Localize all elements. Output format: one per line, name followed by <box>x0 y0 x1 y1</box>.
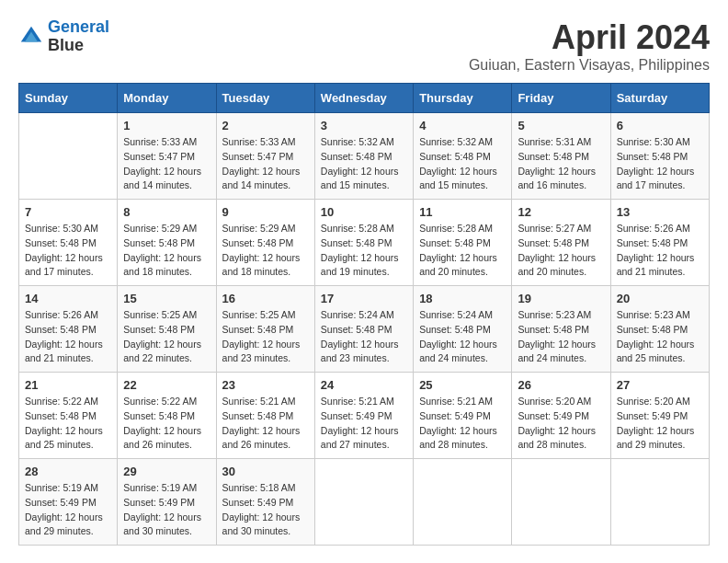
day-cell <box>19 113 118 200</box>
title-area: April 2024 Guiuan, Eastern Visayas, Phil… <box>469 18 710 74</box>
day-cell <box>512 459 610 546</box>
day-cell: 2Sunrise: 5:33 AMSunset: 5:47 PMDaylight… <box>216 113 314 200</box>
day-info: Sunrise: 5:33 AMSunset: 5:47 PMDaylight:… <box>222 135 309 193</box>
day-cell: 10Sunrise: 5:28 AMSunset: 5:48 PMDayligh… <box>314 200 413 286</box>
day-info: Sunrise: 5:28 AMSunset: 5:48 PMDaylight:… <box>419 222 506 280</box>
day-number: 25 <box>419 378 506 392</box>
day-number: 5 <box>518 119 604 132</box>
day-info: Sunrise: 5:30 AMSunset: 5:48 PMDaylight:… <box>25 222 111 280</box>
day-info: Sunrise: 5:24 AMSunset: 5:48 PMDaylight:… <box>419 308 506 366</box>
day-info: Sunrise: 5:21 AMSunset: 5:48 PMDaylight:… <box>222 395 309 453</box>
week-row-0: 1Sunrise: 5:33 AMSunset: 5:47 PMDaylight… <box>19 113 710 200</box>
day-number: 27 <box>617 378 703 392</box>
day-number: 12 <box>518 205 604 219</box>
day-info: Sunrise: 5:27 AMSunset: 5:48 PMDaylight:… <box>518 222 604 280</box>
day-cell: 15Sunrise: 5:25 AMSunset: 5:48 PMDayligh… <box>118 286 216 373</box>
day-info: Sunrise: 5:22 AMSunset: 5:48 PMDaylight:… <box>25 395 111 453</box>
day-cell: 16Sunrise: 5:25 AMSunset: 5:48 PMDayligh… <box>216 286 314 373</box>
day-number: 22 <box>123 378 210 392</box>
day-cell: 18Sunrise: 5:24 AMSunset: 5:48 PMDayligh… <box>414 286 512 373</box>
day-cell: 25Sunrise: 5:21 AMSunset: 5:49 PMDayligh… <box>414 373 512 459</box>
day-cell: 29Sunrise: 5:19 AMSunset: 5:49 PMDayligh… <box>118 459 216 546</box>
calendar-table: SundayMondayTuesdayWednesdayThursdayFrid… <box>18 83 710 546</box>
day-info: Sunrise: 5:32 AMSunset: 5:48 PMDaylight:… <box>419 135 506 193</box>
day-info: Sunrise: 5:23 AMSunset: 5:48 PMDaylight:… <box>617 308 703 366</box>
day-number: 11 <box>419 205 506 219</box>
day-cell: 27Sunrise: 5:20 AMSunset: 5:49 PMDayligh… <box>610 373 709 459</box>
day-number: 24 <box>321 378 407 392</box>
day-cell: 28Sunrise: 5:19 AMSunset: 5:49 PMDayligh… <box>19 459 118 546</box>
day-number: 6 <box>617 119 703 132</box>
day-cell: 5Sunrise: 5:31 AMSunset: 5:48 PMDaylight… <box>512 113 610 200</box>
day-number: 8 <box>123 205 210 219</box>
day-number: 15 <box>123 292 210 305</box>
day-info: Sunrise: 5:25 AMSunset: 5:48 PMDaylight:… <box>222 308 309 366</box>
logo-text: GeneralBlue <box>48 18 109 55</box>
day-number: 17 <box>321 292 407 305</box>
day-info: Sunrise: 5:29 AMSunset: 5:48 PMDaylight:… <box>123 222 210 280</box>
day-number: 21 <box>25 378 111 392</box>
header-saturday: Saturday <box>610 84 709 113</box>
header-thursday: Thursday <box>414 84 512 113</box>
day-cell: 17Sunrise: 5:24 AMSunset: 5:48 PMDayligh… <box>314 286 413 373</box>
day-info: Sunrise: 5:20 AMSunset: 5:49 PMDaylight:… <box>518 395 604 453</box>
day-info: Sunrise: 5:29 AMSunset: 5:48 PMDaylight:… <box>222 222 309 280</box>
day-info: Sunrise: 5:22 AMSunset: 5:48 PMDaylight:… <box>123 395 210 453</box>
day-cell <box>314 459 413 546</box>
day-info: Sunrise: 5:21 AMSunset: 5:49 PMDaylight:… <box>321 395 407 453</box>
day-number: 26 <box>518 378 604 392</box>
day-info: Sunrise: 5:32 AMSunset: 5:48 PMDaylight:… <box>321 135 407 193</box>
header-tuesday: Tuesday <box>216 84 314 113</box>
day-cell: 21Sunrise: 5:22 AMSunset: 5:48 PMDayligh… <box>19 373 118 459</box>
day-cell: 14Sunrise: 5:26 AMSunset: 5:48 PMDayligh… <box>19 286 118 373</box>
day-info: Sunrise: 5:18 AMSunset: 5:49 PMDaylight:… <box>222 481 309 539</box>
day-number: 4 <box>419 119 506 132</box>
day-cell: 12Sunrise: 5:27 AMSunset: 5:48 PMDayligh… <box>512 200 610 286</box>
day-cell: 19Sunrise: 5:23 AMSunset: 5:48 PMDayligh… <box>512 286 610 373</box>
day-cell: 4Sunrise: 5:32 AMSunset: 5:48 PMDaylight… <box>414 113 512 200</box>
week-row-2: 14Sunrise: 5:26 AMSunset: 5:48 PMDayligh… <box>19 286 710 373</box>
header-monday: Monday <box>118 84 216 113</box>
day-cell: 3Sunrise: 5:32 AMSunset: 5:48 PMDaylight… <box>314 113 413 200</box>
week-row-3: 21Sunrise: 5:22 AMSunset: 5:48 PMDayligh… <box>19 373 710 459</box>
day-cell: 23Sunrise: 5:21 AMSunset: 5:48 PMDayligh… <box>216 373 314 459</box>
day-cell <box>610 459 709 546</box>
day-info: Sunrise: 5:33 AMSunset: 5:47 PMDaylight:… <box>123 135 210 193</box>
day-number: 1 <box>123 119 210 132</box>
page-header: GeneralBlue April 2024 Guiuan, Eastern V… <box>18 18 710 74</box>
logo: GeneralBlue <box>18 18 109 55</box>
day-number: 3 <box>321 119 407 132</box>
calendar-header-row: SundayMondayTuesdayWednesdayThursdayFrid… <box>19 84 710 113</box>
day-number: 7 <box>25 205 111 219</box>
day-cell <box>414 459 512 546</box>
header-friday: Friday <box>512 84 610 113</box>
day-number: 10 <box>321 205 407 219</box>
day-info: Sunrise: 5:26 AMSunset: 5:48 PMDaylight:… <box>25 308 111 366</box>
day-cell: 8Sunrise: 5:29 AMSunset: 5:48 PMDaylight… <box>118 200 216 286</box>
day-info: Sunrise: 5:19 AMSunset: 5:49 PMDaylight:… <box>25 481 111 539</box>
week-row-1: 7Sunrise: 5:30 AMSunset: 5:48 PMDaylight… <box>19 200 710 286</box>
day-number: 28 <box>25 465 111 478</box>
day-info: Sunrise: 5:21 AMSunset: 5:49 PMDaylight:… <box>419 395 506 453</box>
day-cell: 26Sunrise: 5:20 AMSunset: 5:49 PMDayligh… <box>512 373 610 459</box>
day-info: Sunrise: 5:24 AMSunset: 5:48 PMDaylight:… <box>321 308 407 366</box>
day-cell: 24Sunrise: 5:21 AMSunset: 5:49 PMDayligh… <box>314 373 413 459</box>
subtitle: Guiuan, Eastern Visayas, Philippines <box>469 57 710 74</box>
day-info: Sunrise: 5:31 AMSunset: 5:48 PMDaylight:… <box>518 135 604 193</box>
day-number: 18 <box>419 292 506 305</box>
day-number: 30 <box>222 465 309 478</box>
day-number: 13 <box>617 205 703 219</box>
day-number: 23 <box>222 378 309 392</box>
day-info: Sunrise: 5:25 AMSunset: 5:48 PMDaylight:… <box>123 308 210 366</box>
day-number: 14 <box>25 292 111 305</box>
day-info: Sunrise: 5:28 AMSunset: 5:48 PMDaylight:… <box>321 222 407 280</box>
day-cell: 20Sunrise: 5:23 AMSunset: 5:48 PMDayligh… <box>610 286 709 373</box>
day-cell: 13Sunrise: 5:26 AMSunset: 5:48 PMDayligh… <box>610 200 709 286</box>
day-cell: 6Sunrise: 5:30 AMSunset: 5:48 PMDaylight… <box>610 113 709 200</box>
day-cell: 22Sunrise: 5:22 AMSunset: 5:48 PMDayligh… <box>118 373 216 459</box>
day-info: Sunrise: 5:30 AMSunset: 5:48 PMDaylight:… <box>617 135 703 193</box>
main-title: April 2024 <box>469 18 710 57</box>
day-cell: 30Sunrise: 5:18 AMSunset: 5:49 PMDayligh… <box>216 459 314 546</box>
day-cell: 7Sunrise: 5:30 AMSunset: 5:48 PMDaylight… <box>19 200 118 286</box>
day-number: 19 <box>518 292 604 305</box>
